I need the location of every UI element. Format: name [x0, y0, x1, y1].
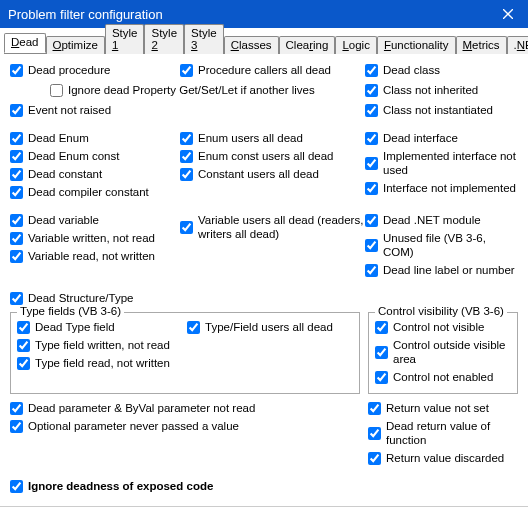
checkbox-dead-enum[interactable]: Dead Enum: [10, 130, 180, 146]
divider: [0, 506, 528, 507]
checkbox-dead-return-value-of-function[interactable]: Dead return value of function: [368, 418, 518, 448]
checkbox-input[interactable]: [368, 427, 381, 440]
checkbox-return-value-not-set[interactable]: Return value not set: [368, 400, 518, 416]
checkbox-dead-compiler-constant[interactable]: Dead compiler constant: [10, 184, 180, 200]
tab-logic[interactable]: Logic: [335, 36, 377, 54]
checkbox-label: Dead procedure: [28, 63, 110, 77]
checkbox-label: Dead line label or number: [383, 263, 515, 277]
checkbox-input[interactable]: [180, 132, 193, 145]
checkbox-class-not-inherited[interactable]: Class not inherited: [365, 82, 518, 98]
checkbox-type-field-users-all-dead[interactable]: Type/Field users all dead: [187, 319, 353, 335]
checkbox-return-value-discarded[interactable]: Return value discarded: [368, 450, 518, 466]
checkbox-variable-written-not-read[interactable]: Variable written, not read: [10, 230, 180, 246]
checkbox-input[interactable]: [10, 132, 23, 145]
checkbox-input[interactable]: [50, 84, 63, 97]
checkbox-label: Ignore deadness of exposed code: [28, 479, 213, 493]
checkbox-optional-parameter-never-passed-a-value[interactable]: Optional parameter never passed a value: [10, 418, 368, 434]
checkbox-input[interactable]: [10, 292, 23, 305]
checkbox-label: Implemented interface not used: [383, 149, 518, 177]
checkbox-interface-not-implemented[interactable]: Interface not implemented: [365, 180, 518, 196]
checkbox-input[interactable]: [10, 402, 23, 415]
checkbox-label: Control not enabled: [393, 370, 493, 384]
checkbox-input[interactable]: [180, 64, 193, 77]
checkbox-dead-enum-const[interactable]: Dead Enum const: [10, 148, 180, 164]
checkbox-input[interactable]: [187, 321, 200, 334]
checkbox-input[interactable]: [365, 239, 378, 252]
checkbox-dead-class[interactable]: Dead class: [365, 62, 518, 78]
checkbox-type-field-read-not-written[interactable]: Type field read, not written: [17, 355, 187, 371]
checkbox-label: Event not raised: [28, 103, 111, 117]
tab-style-1[interactable]: Style 1: [105, 24, 145, 54]
checkbox-input[interactable]: [365, 104, 378, 117]
checkbox-ignore-exposed[interactable]: Ignore deadness of exposed code: [10, 478, 518, 494]
checkbox-input[interactable]: [17, 339, 30, 352]
checkbox-dead-constant[interactable]: Dead constant: [10, 166, 180, 182]
checkbox-input[interactable]: [10, 168, 23, 181]
checkbox-class-not-instantiated[interactable]: Class not instantiated: [365, 102, 518, 118]
checkbox-input[interactable]: [365, 132, 378, 145]
checkbox-input[interactable]: [368, 452, 381, 465]
checkbox-constant-users-all-dead[interactable]: Constant users all dead: [180, 166, 365, 182]
checkbox-input[interactable]: [365, 157, 378, 170]
tab-style-2[interactable]: Style 2: [144, 24, 184, 54]
checkbox-input[interactable]: [365, 182, 378, 195]
tab-dead[interactable]: Dead: [4, 33, 46, 53]
checkbox-label: Constant users all dead: [198, 167, 319, 181]
checkbox-control-outside-visible-area[interactable]: Control outside visible area: [375, 337, 511, 367]
checkbox-dead-structure-type[interactable]: Dead Structure/Type: [10, 290, 180, 306]
checkbox-dead-line-label-or-number[interactable]: Dead line label or number: [365, 262, 518, 278]
checkbox-input[interactable]: [10, 232, 23, 245]
tab-style-3[interactable]: Style 3: [184, 24, 224, 54]
group-control-visibility: Control visibility (VB 3-6) Control not …: [368, 312, 518, 394]
checkbox-dead-interface[interactable]: Dead interface: [365, 130, 518, 146]
checkbox-ignore-dead-property-get-set-let-if-another-lives[interactable]: Ignore dead Property Get/Set/Let if anot…: [50, 82, 365, 98]
tab-optimize[interactable]: Optimize: [46, 36, 105, 54]
checkbox-input[interactable]: [10, 150, 23, 163]
group-type-fields: Type fields (VB 3-6) Dead Type fieldType…: [10, 312, 360, 394]
tab-classes[interactable]: Classes: [224, 36, 279, 54]
checkbox-input[interactable]: [180, 150, 193, 163]
checkbox-input[interactable]: [10, 104, 23, 117]
checkbox-input[interactable]: [10, 186, 23, 199]
checkbox-input[interactable]: [365, 84, 378, 97]
checkbox-input[interactable]: [365, 214, 378, 227]
checkbox-unused-file-vb-3-6-com[interactable]: Unused file (VB 3-6, COM): [365, 230, 518, 260]
checkbox-enum-users-all-dead[interactable]: Enum users all dead: [180, 130, 365, 146]
checkbox-input[interactable]: [375, 346, 388, 359]
checkbox-control-not-enabled[interactable]: Control not enabled: [375, 369, 511, 385]
checkbox-input-ignore-exposed[interactable]: [10, 480, 23, 493]
checkbox-label: Type/Field users all dead: [205, 320, 333, 334]
checkbox-input[interactable]: [365, 264, 378, 277]
checkbox-input[interactable]: [17, 357, 30, 370]
tab-metrics[interactable]: Metrics: [456, 36, 507, 54]
close-button[interactable]: [488, 0, 528, 28]
tab--net[interactable]: .NET: [507, 36, 528, 54]
checkbox-dead-type-field[interactable]: Dead Type field: [17, 319, 187, 335]
checkbox-type-field-written-not-read[interactable]: Type field written, not read: [17, 337, 187, 353]
checkbox-input[interactable]: [17, 321, 30, 334]
checkbox-variable-read-not-written[interactable]: Variable read, not written: [10, 248, 180, 264]
checkbox-input[interactable]: [375, 371, 388, 384]
checkbox-dead-parameter-byval-parameter-not-read[interactable]: Dead parameter & ByVal parameter not rea…: [10, 400, 368, 416]
checkbox-input[interactable]: [368, 402, 381, 415]
checkbox-input[interactable]: [180, 221, 193, 234]
checkbox-input[interactable]: [10, 64, 23, 77]
checkbox-variable-users-all-dead-readers-writers-all-dead[interactable]: Variable users all dead (readers, writer…: [180, 212, 365, 242]
checkbox-input[interactable]: [10, 214, 23, 227]
checkbox-input[interactable]: [10, 420, 23, 433]
checkbox-control-not-visible[interactable]: Control not visible: [375, 319, 511, 335]
checkbox-event-not-raised[interactable]: Event not raised: [10, 102, 180, 118]
checkbox-enum-const-users-all-dead[interactable]: Enum const users all dead: [180, 148, 365, 164]
checkbox-label: Dead constant: [28, 167, 102, 181]
checkbox-input[interactable]: [180, 168, 193, 181]
checkbox-input[interactable]: [365, 64, 378, 77]
checkbox-procedure-callers-all-dead[interactable]: Procedure callers all dead: [180, 62, 365, 78]
tab-clearing[interactable]: Clearing: [279, 36, 336, 54]
checkbox-input[interactable]: [10, 250, 23, 263]
checkbox-input[interactable]: [375, 321, 388, 334]
checkbox-dead-procedure[interactable]: Dead procedure: [10, 62, 180, 78]
tab-functionality[interactable]: Functionality: [377, 36, 456, 54]
checkbox-dead-variable[interactable]: Dead variable: [10, 212, 180, 228]
checkbox-dead-net-module[interactable]: Dead .NET module: [365, 212, 518, 228]
checkbox-implemented-interface-not-used[interactable]: Implemented interface not used: [365, 148, 518, 178]
